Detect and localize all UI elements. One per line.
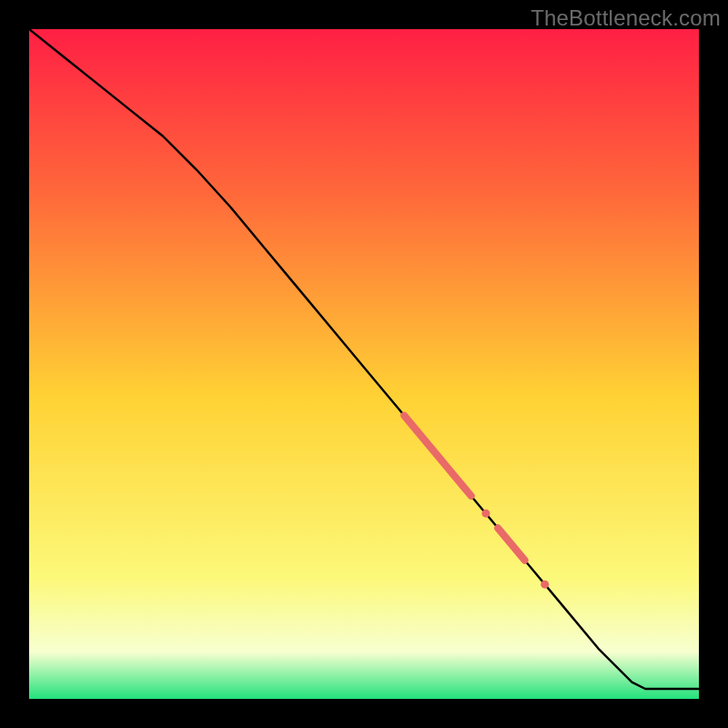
highlight-dot	[481, 510, 490, 518]
gradient-background	[29, 29, 699, 699]
highlight-dot	[541, 581, 549, 589]
watermark-text: TheBottleneck.com	[531, 5, 721, 31]
chart-stage: TheBottleneck.com	[0, 0, 728, 728]
plot-area	[29, 29, 699, 699]
chart-svg	[29, 29, 699, 699]
